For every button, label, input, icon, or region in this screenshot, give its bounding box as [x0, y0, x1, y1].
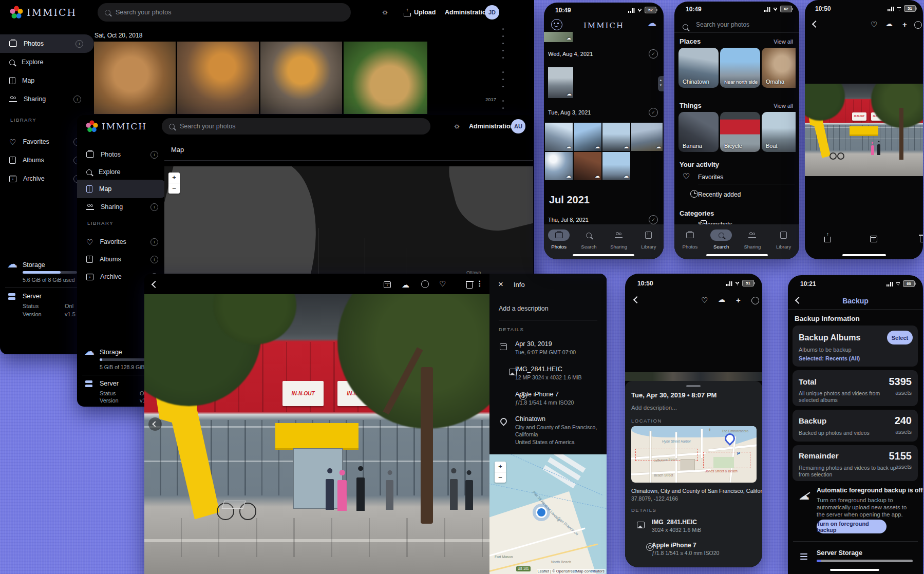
location-map[interactable]: Hyde Street Harbor Jefferson Street Beac… — [631, 426, 757, 483]
sidebar-item-map[interactable]: Map — [9, 71, 81, 90]
favorite-icon[interactable] — [701, 296, 708, 304]
place-tile-chinatown[interactable]: Chinatown — [678, 48, 719, 88]
photo-thumbnail[interactable] — [545, 123, 573, 151]
location-map[interactable]: Pier 33 Alcatraz Landing San Francisco F… — [489, 454, 607, 574]
backup-status-icon[interactable]: ↑ — [647, 18, 656, 29]
photo-thumbnail[interactable] — [177, 42, 259, 114]
close-icon[interactable] — [498, 280, 503, 289]
archive-icon[interactable] — [870, 236, 877, 242]
theme-toggle-icon[interactable] — [453, 122, 461, 130]
select-day-check-icon[interactable] — [649, 215, 658, 224]
in-n-out-photo[interactable]: IN-N-OUT IN-N-OUT — [805, 84, 923, 176]
sidebar-item-sharing[interactable]: Sharing i — [86, 198, 158, 216]
search-input[interactable]: Search your photos — [696, 21, 749, 28]
zoom-in-button[interactable] — [495, 462, 506, 472]
photo-thumbnail[interactable] — [548, 67, 573, 98]
nav-library[interactable]: Library — [635, 229, 662, 250]
favorite-icon[interactable] — [871, 21, 877, 28]
sidebar-item-explore[interactable]: Explore — [86, 163, 158, 181]
nav-photos[interactable]: Photos — [676, 229, 703, 250]
upload-button[interactable]: Upload — [414, 9, 436, 16]
administration-link[interactable]: Administration — [469, 123, 514, 130]
activity-favorites[interactable]: Favorites — [698, 174, 723, 181]
profile-avatar-icon[interactable] — [551, 19, 562, 30]
scroll-thumb[interactable]: ▲▼ — [658, 76, 664, 91]
select-button[interactable]: Select — [887, 331, 913, 345]
sidebar-item-archive[interactable]: Archive i — [9, 169, 81, 188]
info-icon[interactable] — [751, 297, 759, 304]
cloud-upload-icon[interactable]: ↑ — [718, 295, 725, 304]
photo-thumbnail[interactable] — [602, 123, 630, 151]
select-day-check-icon[interactable] — [649, 49, 658, 59]
nav-search[interactable]: Search — [708, 229, 734, 250]
cloud-backed-up-icon[interactable] — [402, 280, 409, 290]
zoom-in-button[interactable] — [168, 173, 180, 183]
nav-sharing[interactable]: Sharing — [606, 229, 632, 250]
zoom-out-button[interactable] — [168, 183, 180, 194]
description-input[interactable]: Add description... — [631, 405, 677, 412]
theme-toggle-icon[interactable] — [381, 8, 389, 16]
nav-photos[interactable]: Photos — [545, 229, 572, 250]
back-icon[interactable] — [633, 296, 640, 303]
sidebar-item-favorites[interactable]: Favorites i — [86, 233, 158, 251]
detail-bottom-sheet[interactable]: Tue, Apr 30, 2019 • 8:07 PM Add descript… — [625, 381, 762, 567]
archive-icon[interactable] — [384, 281, 391, 288]
search-input[interactable]: Search your photos — [98, 3, 351, 22]
sidebar-item-map[interactable]: Map — [77, 180, 168, 198]
timeline-scrubber[interactable] — [499, 28, 506, 116]
more-options-icon[interactable] — [476, 280, 483, 287]
back-icon[interactable] — [795, 297, 802, 304]
photo-thumbnail[interactable] — [344, 42, 427, 114]
administration-link[interactable]: Administration — [445, 9, 490, 16]
previous-photo-button[interactable] — [148, 417, 162, 431]
user-avatar[interactable]: JD — [485, 5, 499, 20]
back-icon[interactable] — [152, 281, 159, 288]
cloud-upload-icon[interactable]: ↑ — [885, 20, 893, 28]
search-input[interactable]: Search your photos — [162, 118, 430, 135]
sidebar-item-albums[interactable]: Albums i — [9, 151, 81, 169]
description-input[interactable]: Add a description — [499, 305, 549, 313]
add-icon[interactable] — [902, 21, 907, 28]
sheet-drag-handle[interactable] — [686, 385, 701, 387]
sidebar-item-photos[interactable]: Photos i — [0, 34, 94, 53]
sidebar-item-photos[interactable]: Photos i — [86, 146, 158, 163]
map-zoom-control[interactable] — [168, 173, 180, 194]
photo-thumbnail[interactable] — [631, 123, 663, 151]
photo-thumbnail[interactable] — [574, 152, 601, 180]
thing-tile-bicycle[interactable]: Bicycle — [720, 112, 760, 152]
activity-recently-added[interactable]: Recently added — [698, 191, 741, 198]
photo-thumbnail[interactable] — [544, 32, 573, 42]
thing-tile-boat[interactable]: Boat — [762, 112, 796, 152]
photo-thumbnail[interactable] — [574, 123, 601, 151]
sidebar-item-favorites[interactable]: Favorites i — [9, 132, 81, 151]
photo-thumbnail[interactable] — [545, 152, 573, 180]
back-icon[interactable] — [812, 21, 819, 28]
things-view-all-link[interactable]: View all — [774, 103, 793, 109]
trash-icon[interactable] — [920, 236, 923, 242]
map-attribution[interactable]: Leaflet | © OpenStreetMap contributors — [537, 569, 606, 573]
photo-thumbnail[interactable] — [260, 42, 342, 114]
photo-strip[interactable] — [625, 372, 762, 381]
info-icon[interactable] — [914, 21, 922, 29]
upload-icon[interactable] — [404, 13, 411, 16]
map-zoom-control[interactable] — [495, 462, 506, 483]
user-avatar[interactable]: AU — [511, 119, 525, 133]
nav-library[interactable]: Library — [770, 229, 797, 250]
sidebar-item-sharing[interactable]: Sharing i — [9, 90, 81, 108]
place-tile-omaha[interactable]: Omaha — [762, 48, 796, 88]
nav-sharing[interactable]: Sharing — [739, 229, 766, 250]
add-icon[interactable] — [736, 296, 741, 304]
favorite-icon[interactable] — [439, 280, 446, 288]
sidebar-item-explore[interactable]: Explore — [9, 53, 81, 71]
turn-on-foreground-backup-button[interactable]: Turn on foreground backup — [817, 520, 887, 533]
info-icon[interactable] — [421, 280, 429, 288]
nav-search[interactable]: Search — [575, 229, 602, 250]
share-icon[interactable] — [824, 237, 831, 242]
detail-location[interactable]: Chinatown — [515, 415, 545, 423]
select-day-check-icon[interactable] — [649, 108, 658, 117]
place-tile-near-north-side[interactable]: Near north side — [720, 48, 760, 88]
trash-icon[interactable] — [466, 282, 473, 289]
photo-thumbnail[interactable] — [94, 42, 176, 114]
places-view-all-link[interactable]: View all — [774, 39, 793, 45]
thing-tile-banana[interactable]: Banana — [678, 112, 719, 152]
